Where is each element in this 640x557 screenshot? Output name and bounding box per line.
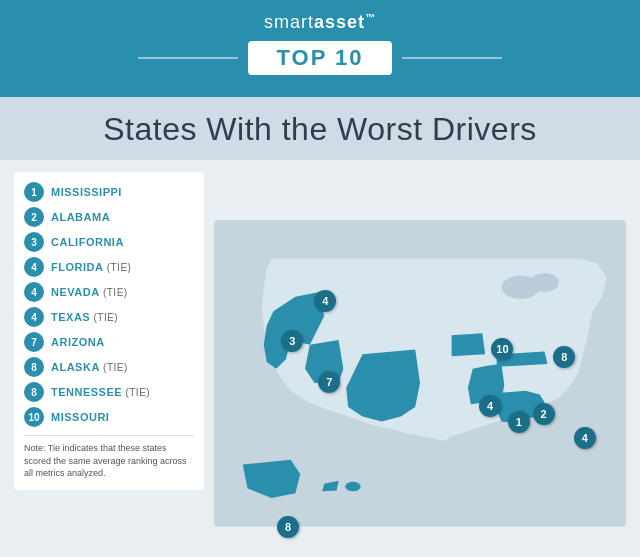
top10-banner: TOP 10 [248, 41, 391, 75]
list-item: 4 TEXAS (TIE) [24, 307, 194, 327]
note-text: Note: Tie indicates that these states sc… [24, 435, 194, 480]
tie-label: (TIE) [103, 262, 131, 273]
state-name: ARIZONA [51, 336, 105, 348]
rank-badge: 4 [24, 257, 44, 277]
state-name: FLORIDA (TIE) [51, 261, 131, 273]
state-name: CALIFORNIA [51, 236, 124, 248]
map-pin: 7 [318, 371, 340, 393]
map-pins-container: 43741241088 [214, 172, 626, 557]
list-item: 7 ARIZONA [24, 332, 194, 352]
rank-badge: 8 [24, 357, 44, 377]
list-items-container: 1 MISSISSIPPI 2 ALABAMA 3 CALIFORNIA 4 F… [24, 182, 194, 427]
rank-badge: 2 [24, 207, 44, 227]
content-area: 1 MISSISSIPPI 2 ALABAMA 3 CALIFORNIA 4 F… [0, 160, 640, 557]
rank-badge: 8 [24, 382, 44, 402]
state-name: TEXAS (TIE) [51, 311, 118, 323]
map-pin: 10 [491, 338, 513, 360]
list-item: 2 ALABAMA [24, 207, 194, 227]
list-item: 3 CALIFORNIA [24, 232, 194, 252]
rank-badge: 7 [24, 332, 44, 352]
banner-line-left [138, 57, 238, 59]
state-name: ALASKA (TIE) [51, 361, 128, 373]
list-item: 4 FLORIDA (TIE) [24, 257, 194, 277]
map-pin: 2 [533, 403, 555, 425]
rankings-list: 1 MISSISSIPPI 2 ALABAMA 3 CALIFORNIA 4 F… [14, 172, 204, 490]
brand-name-part1: smart [264, 12, 314, 32]
state-name: ALABAMA [51, 211, 110, 223]
tie-label: (TIE) [100, 287, 128, 298]
list-item: 10 MISSOURI [24, 407, 194, 427]
page-title: States With the Worst Drivers [20, 111, 620, 148]
map-pin: 4 [479, 395, 501, 417]
header: smartasset™ TOP 10 [0, 0, 640, 97]
list-item: 4 NEVADA (TIE) [24, 282, 194, 302]
tie-label: (TIE) [100, 362, 128, 373]
tie-label: (TIE) [90, 312, 118, 323]
brand-logo: smartasset™ [20, 12, 620, 33]
state-name: MISSOURI [51, 411, 109, 423]
banner-line-right [402, 57, 502, 59]
title-section: States With the Worst Drivers [0, 97, 640, 160]
brand-name-part2: asset [314, 12, 365, 32]
state-name: NEVADA (TIE) [51, 286, 128, 298]
rank-badge: 3 [24, 232, 44, 252]
rank-badge: 4 [24, 307, 44, 327]
brand-tm: ™ [365, 12, 376, 23]
list-item: 1 MISSISSIPPI [24, 182, 194, 202]
map-pin: 3 [281, 330, 303, 352]
rank-badge: 1 [24, 182, 44, 202]
rank-badge: 4 [24, 282, 44, 302]
map-panel: 43741241088 [214, 172, 626, 557]
map-pin: 4 [314, 290, 336, 312]
map-pin: 8 [553, 346, 575, 368]
map-pin: 8 [277, 516, 299, 538]
list-item: 8 ALASKA (TIE) [24, 357, 194, 377]
tie-label: (TIE) [122, 387, 150, 398]
map-pin: 1 [508, 411, 530, 433]
map-pin: 4 [574, 427, 596, 449]
state-name: TENNESSEE (TIE) [51, 386, 150, 398]
list-item: 8 TENNESSEE (TIE) [24, 382, 194, 402]
banner-container: TOP 10 [20, 41, 620, 75]
rank-badge: 10 [24, 407, 44, 427]
state-name: MISSISSIPPI [51, 186, 122, 198]
